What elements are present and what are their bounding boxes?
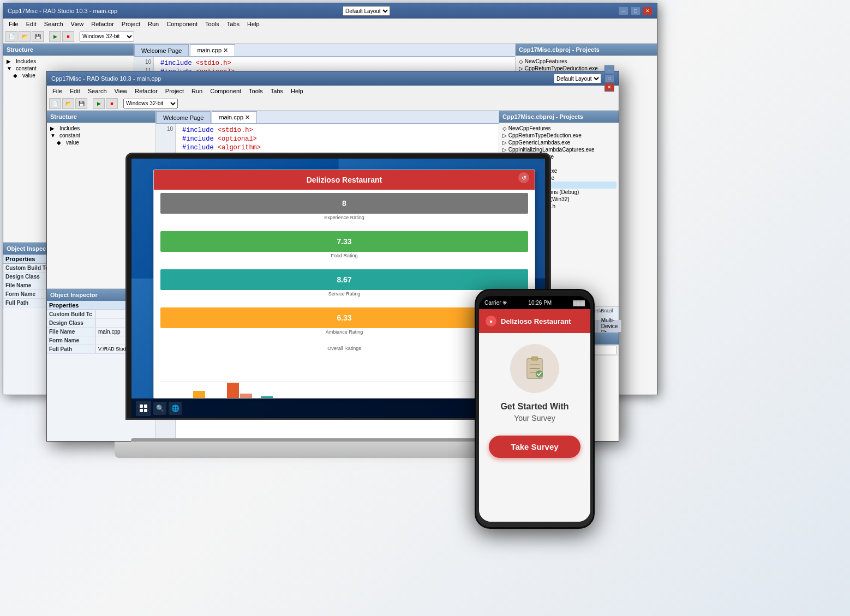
- front-project-generic[interactable]: ▷ CppGenericLambdas.exe: [501, 139, 616, 146]
- service-value: 8.67: [337, 275, 351, 284]
- food-label: Food Rating: [160, 253, 528, 258]
- back-toolbar-open[interactable]: 📂: [19, 31, 31, 42]
- back-toolbar-run[interactable]: ▶: [49, 31, 61, 42]
- overall-ratings-label: Overall Ratings: [160, 346, 528, 351]
- front-layout-select[interactable]: Default Layout: [554, 74, 601, 83]
- tree-label-includes: Includes: [16, 58, 36, 64]
- front-tab-maincpp[interactable]: main.cpp ✕: [212, 111, 257, 123]
- front-toolbar-open[interactable]: 📂: [62, 98, 74, 109]
- front-menu-run[interactable]: Run: [188, 88, 206, 94]
- back-minimize-button[interactable]: ─: [619, 7, 628, 15]
- back-platform-select[interactable]: Windows 32-bit: [80, 32, 134, 41]
- experience-bar: 8: [160, 193, 528, 214]
- bar-group-2: [193, 391, 218, 398]
- chart-header: Delizioso Restaurant ↺: [154, 170, 535, 190]
- phone-app-header: ● Delizioso Restaurant: [479, 309, 590, 333]
- front-menu-help[interactable]: Help: [288, 88, 307, 94]
- back-menu-view[interactable]: View: [68, 21, 87, 27]
- bar-group-3: [227, 383, 252, 398]
- back-prop-name-design: Design Class: [3, 273, 52, 281]
- back-menu-tabs[interactable]: Tabs: [224, 21, 243, 27]
- back-tab-welcome[interactable]: Welcome Page: [134, 44, 189, 56]
- win-start-icon: [140, 404, 147, 412]
- back-close-button[interactable]: ✕: [643, 7, 653, 15]
- line-num-10: 10: [134, 59, 153, 68]
- back-menu-file[interactable]: File: [5, 21, 22, 27]
- front-project-title: Cpp17Misc.cbproj - Projects: [499, 111, 619, 123]
- tree-value-icon: ◆: [13, 73, 21, 78]
- taskbar-ie-icon[interactable]: 🌐: [169, 402, 182, 415]
- back-menu-component[interactable]: Component: [163, 21, 201, 27]
- front-tree-item-includes[interactable]: ▶ Includes: [49, 125, 153, 132]
- back-tab-bar: Welcome Page main.cpp ✕: [134, 44, 515, 57]
- front-close-button[interactable]: ✕: [604, 83, 614, 92]
- front-collapse-icon: ▼: [50, 132, 58, 138]
- back-prop-name-filename: File Name: [3, 281, 52, 289]
- front-platform-select[interactable]: Windows 32-bit: [123, 99, 178, 108]
- back-menu-tools[interactable]: Tools: [202, 21, 223, 27]
- front-maximize-button[interactable]: □: [604, 74, 614, 83]
- back-maximize-button[interactable]: □: [631, 7, 641, 15]
- phone: Carrier ❋ 10:26 PM ▓▓▓ ● Delizioso Resta…: [475, 289, 595, 529]
- front-menu-search[interactable]: Search: [85, 88, 110, 94]
- front-menu-tools[interactable]: Tools: [246, 88, 266, 94]
- phone-battery: ▓▓▓: [573, 300, 585, 306]
- front-tab-bar: Welcome Page main.cpp ✕: [156, 111, 499, 124]
- taskbar-search-icon[interactable]: 🔍: [153, 402, 166, 415]
- food-value: 7.33: [337, 237, 351, 246]
- tree-label-constant: constant: [16, 65, 37, 71]
- back-menu-run[interactable]: Run: [145, 21, 162, 27]
- phone-app-body: Get Started With Your Survey Take Survey: [479, 333, 590, 522]
- front-tree-item-value[interactable]: ◆ value: [49, 139, 153, 146]
- front-tree-item-constant[interactable]: ▼ constant: [49, 132, 153, 139]
- front-toolbar-save[interactable]: 💾: [75, 98, 87, 109]
- back-menu-project[interactable]: Project: [118, 21, 143, 27]
- experience-value: 8: [342, 199, 346, 208]
- front-menu-edit[interactable]: Edit: [67, 88, 83, 94]
- back-menu-search[interactable]: Search: [41, 21, 67, 27]
- food-rating-row: 7.33 Food Rating: [160, 231, 528, 258]
- front-prop-name-design: Design Class: [47, 319, 96, 327]
- experience-rating-row: 8 Experience Rating: [160, 193, 528, 220]
- tree-item-includes[interactable]: ▶ Includes: [5, 58, 131, 65]
- back-menu-edit[interactable]: Edit: [23, 21, 40, 27]
- ambiance-bar: 6.33: [160, 307, 528, 328]
- back-title-label: Cpp17Misc - RAD Studio 10.3 - main.cpp: [8, 8, 117, 14]
- back-toolbar-new[interactable]: 📄: [5, 31, 17, 42]
- front-toolbar-stop[interactable]: ■: [106, 98, 118, 109]
- win-start-button[interactable]: [136, 401, 151, 416]
- bar-3b: [240, 394, 252, 398]
- front-menu-project[interactable]: Project: [162, 88, 187, 94]
- front-project-return[interactable]: ▷ CppReturnTypeDeduction.exe: [501, 132, 616, 139]
- phone-get-started-subtitle: Your Survey: [514, 414, 555, 422]
- project-item-newcpp[interactable]: ◇ NewCppFeatures: [518, 58, 655, 65]
- phone-header-dot: ●: [486, 316, 496, 327]
- front-menu-component[interactable]: Component: [207, 88, 244, 94]
- front-menu-file[interactable]: File: [49, 88, 65, 94]
- front-menu-refactor[interactable]: Refactor: [131, 88, 161, 94]
- front-title-label: Cpp17Misc - RAD Studio 10.3 - main.cpp: [51, 75, 161, 82]
- front-status-tab-multi[interactable]: Multi-Device Pr...: [598, 320, 622, 332]
- phone-body: Carrier ❋ 10:26 PM ▓▓▓ ● Delizioso Resta…: [475, 289, 595, 529]
- back-toolbar-stop[interactable]: ■: [62, 31, 74, 42]
- front-toolbar: 📄 📂 💾 ▶ ■ Windows 32-bit: [47, 96, 619, 111]
- service-label: Service Rating: [160, 291, 528, 297]
- front-menu-tabs[interactable]: Tabs: [267, 88, 286, 94]
- back-layout-select[interactable]: Default Layout: [343, 6, 390, 16]
- back-menu-refactor[interactable]: Refactor: [88, 21, 117, 27]
- front-tab-welcome[interactable]: Welcome Page: [156, 111, 211, 123]
- phone-take-survey-button[interactable]: Take Survey: [489, 436, 580, 458]
- front-toolbar-new[interactable]: 📄: [49, 98, 61, 109]
- back-toolbar-save[interactable]: 💾: [32, 31, 44, 42]
- back-menu-help[interactable]: Help: [244, 21, 263, 27]
- front-minimize-button[interactable]: ─: [604, 65, 614, 74]
- chart-reset-button[interactable]: ↺: [518, 172, 529, 183]
- front-structure-title: Structure: [47, 111, 155, 123]
- front-project-newcpp[interactable]: ◇ NewCppFeatures: [501, 125, 616, 132]
- phone-carrier: Carrier ❋: [484, 300, 507, 306]
- tree-expand-icon: ▶: [7, 58, 14, 64]
- front-menu-view[interactable]: View: [111, 88, 131, 94]
- back-tab-maincpp[interactable]: main.cpp ✕: [190, 44, 235, 56]
- tree-collapse-icon: ▼: [7, 65, 14, 71]
- front-toolbar-run[interactable]: ▶: [93, 98, 105, 109]
